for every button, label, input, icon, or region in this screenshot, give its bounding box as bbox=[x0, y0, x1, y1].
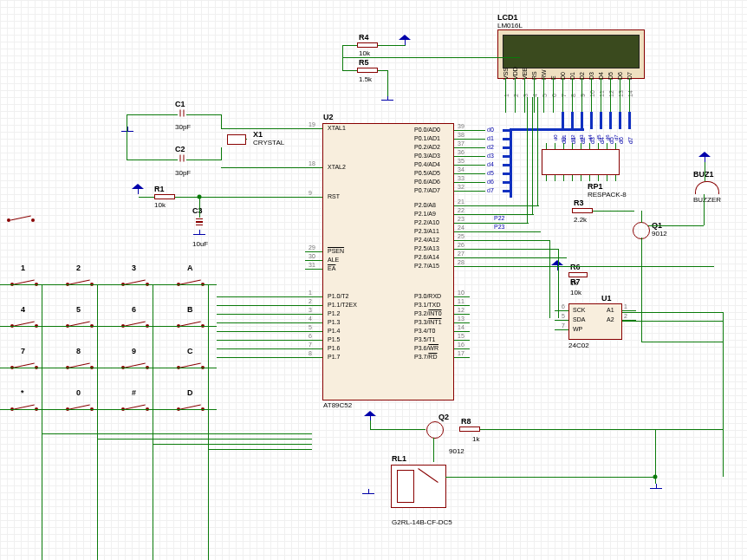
r1-ref: R1 bbox=[154, 185, 165, 193]
rl1-part: G2RL-14B-CF-DC5 bbox=[392, 518, 452, 526]
key-B[interactable] bbox=[172, 316, 210, 331]
c1 bbox=[180, 110, 185, 117]
x1-ref: X1 bbox=[253, 130, 263, 139]
key-8[interactable] bbox=[61, 357, 99, 373]
key-label-C: C bbox=[187, 347, 193, 355]
lcd-part: LM016L bbox=[497, 22, 523, 29]
rp1-part: RESPACK-8 bbox=[588, 191, 627, 199]
gnd-r5 bbox=[381, 95, 393, 104]
c2 bbox=[180, 155, 185, 162]
gnd-xtal bbox=[121, 127, 133, 135]
key-label-D: D bbox=[187, 388, 193, 397]
r3-ref: R3 bbox=[574, 199, 584, 207]
c3-ref: C3 bbox=[192, 206, 203, 215]
key-1[interactable] bbox=[5, 274, 43, 290]
r7-ref: R7 bbox=[570, 277, 581, 286]
c3b bbox=[196, 221, 203, 225]
x1-val: CRYSTAL bbox=[253, 139, 284, 147]
buz-ref: BUZ1 bbox=[693, 170, 714, 179]
q1-val: 9012 bbox=[652, 230, 667, 238]
gnd-relay-left bbox=[362, 489, 374, 498]
c2-val: 30pF bbox=[175, 169, 191, 177]
key-label-5: 5 bbox=[76, 305, 81, 314]
key-label-*: * bbox=[21, 388, 24, 397]
lcd-ref: LCD1 bbox=[497, 13, 518, 22]
key-label-#: # bbox=[132, 388, 136, 397]
q2-ref: Q2 bbox=[438, 413, 449, 421]
key-label-9: 9 bbox=[132, 347, 136, 355]
key-*[interactable] bbox=[5, 399, 43, 414]
u1-ref: U1 bbox=[601, 294, 612, 303]
r3-val: 2.2k bbox=[574, 216, 587, 224]
key-9[interactable] bbox=[116, 357, 154, 373]
key-label-1: 1 bbox=[21, 264, 25, 272]
r8-ref: R8 bbox=[461, 417, 471, 426]
gnd-main bbox=[650, 484, 662, 492]
r5-val: 1.5k bbox=[359, 75, 372, 83]
rl1-ref: RL1 bbox=[392, 454, 406, 463]
r6-ref: R6 bbox=[570, 263, 581, 271]
gnd-c3 bbox=[193, 230, 205, 238]
r5-ref: R5 bbox=[359, 58, 369, 67]
r1-val: 10k bbox=[154, 201, 166, 209]
key-label-A: A bbox=[187, 264, 193, 272]
reset-button[interactable] bbox=[2, 212, 40, 228]
respack bbox=[542, 149, 620, 175]
databus-h1 bbox=[511, 128, 584, 131]
q2-val: 9012 bbox=[449, 447, 464, 455]
r8 bbox=[459, 427, 480, 432]
r4-ref: R4 bbox=[359, 33, 369, 42]
key-label-7: 7 bbox=[21, 347, 25, 355]
key-label-B: B bbox=[187, 305, 193, 314]
key-3[interactable] bbox=[116, 274, 154, 290]
c2-ref: C2 bbox=[175, 145, 185, 153]
key-label-8: 8 bbox=[76, 347, 81, 355]
r8-val: 1k bbox=[472, 435, 479, 443]
crystal bbox=[227, 134, 246, 145]
databus-v1 bbox=[510, 128, 512, 198]
r7-val: 10k bbox=[570, 289, 581, 296]
r5 bbox=[357, 68, 378, 73]
key-A[interactable] bbox=[172, 274, 210, 290]
key-7[interactable] bbox=[5, 357, 43, 373]
vcc-r4 bbox=[399, 35, 411, 45]
c3-val: 10uF bbox=[192, 240, 208, 248]
r3 bbox=[572, 208, 593, 213]
key-label-4: 4 bbox=[21, 305, 25, 314]
key-label-3: 3 bbox=[132, 264, 136, 272]
q1 bbox=[633, 222, 650, 239]
key-2[interactable] bbox=[61, 274, 99, 290]
vcc-eeprom bbox=[551, 260, 563, 270]
lcd-screen bbox=[503, 35, 640, 68]
u2-part: AT89C52 bbox=[323, 401, 352, 409]
net-p22: P22 bbox=[494, 215, 504, 221]
buz-val: BUZZER bbox=[693, 196, 721, 204]
databus-arc bbox=[581, 112, 583, 131]
r1 bbox=[154, 194, 175, 199]
key-label-6: 6 bbox=[132, 305, 136, 314]
key-5[interactable] bbox=[61, 316, 99, 331]
key-4[interactable] bbox=[5, 316, 43, 331]
key-0[interactable] bbox=[61, 399, 99, 414]
vcc-r1 bbox=[132, 184, 144, 194]
key-C[interactable] bbox=[172, 357, 210, 373]
u1-part: 24C02 bbox=[568, 342, 589, 349]
key-label-0: 0 bbox=[76, 388, 81, 397]
net-p23: P23 bbox=[494, 224, 504, 230]
c1-ref: C1 bbox=[175, 100, 185, 108]
c1-val: 30pF bbox=[175, 123, 191, 131]
rp1-ref: RP1 bbox=[588, 182, 603, 191]
q2 bbox=[426, 421, 444, 439]
key-label-2: 2 bbox=[76, 264, 81, 272]
key-D[interactable] bbox=[172, 399, 210, 414]
key-6[interactable] bbox=[116, 316, 154, 331]
vcc-buz bbox=[698, 152, 711, 162]
u2-ref: U2 bbox=[323, 113, 334, 121]
r4 bbox=[357, 42, 378, 48]
r4-val: 10k bbox=[359, 49, 370, 57]
key-#[interactable] bbox=[116, 399, 154, 414]
